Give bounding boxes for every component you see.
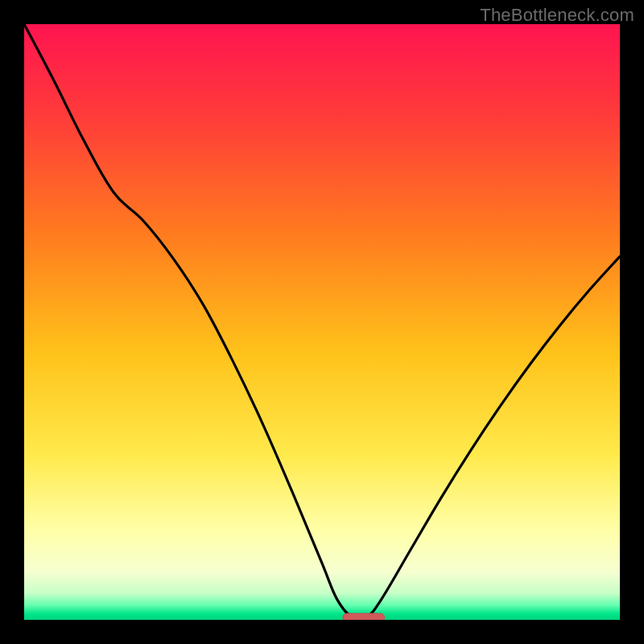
gradient-background	[24, 24, 620, 620]
bottleneck-chart	[24, 24, 620, 620]
watermark-text: TheBottleneck.com	[480, 5, 634, 26]
plot-area	[24, 24, 620, 620]
minimum-marker	[343, 613, 385, 620]
chart-frame: TheBottleneck.com	[0, 0, 644, 644]
